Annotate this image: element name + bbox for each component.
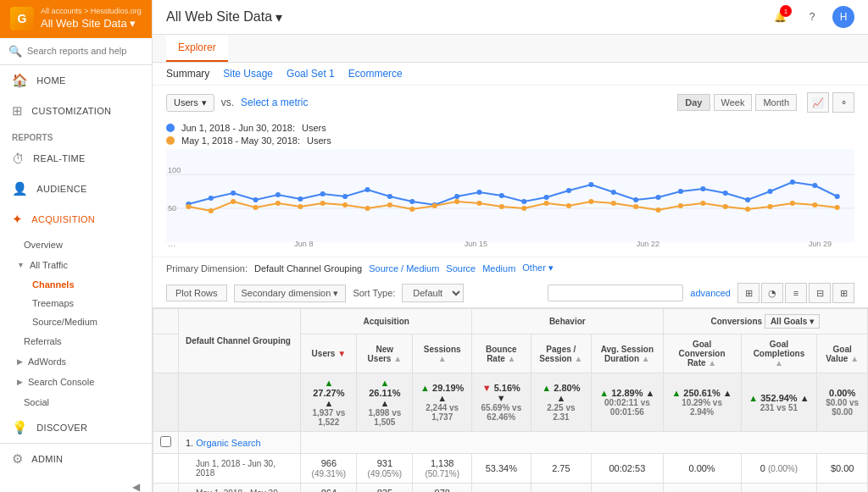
legend-item-1: Jun 1, 2018 - Jun 30, 2018: Users [166,123,854,133]
month-toggle-btn[interactable]: Month [755,94,797,111]
day-toggle-btn[interactable]: Day [677,94,709,111]
view-buttons: ⊞ ◔ ≡ ⊟ ⊞ [737,283,854,303]
sidebar-collapse-button[interactable]: ◀ [0,474,152,492]
sort-type-dropdown[interactable]: Default [402,284,464,302]
week-toggle-btn[interactable]: Week [714,94,753,111]
date1-duration: 00:02:53 [592,454,663,484]
svg-point-45 [409,207,415,212]
grid-view-btn[interactable]: ⊞ [737,283,760,303]
svg-point-56 [656,207,661,213]
svg-rect-0 [166,149,854,242]
svg-point-61 [767,204,772,209]
dim-default-channel[interactable]: Default Channel Grouping [254,263,362,274]
advanced-link[interactable]: advanced [690,288,731,298]
th-users: Users ▼ [301,334,357,373]
chart-type-btns: 📈 ⚬ [807,92,854,113]
compare-view-btn[interactable]: ⊟ [809,283,831,303]
dim-source-medium[interactable]: Source / Medium [369,263,439,274]
channel-organic-search[interactable]: 1. Organic Search [179,432,301,454]
sidebar-item-all-traffic[interactable]: ▼ All Traffic [0,255,152,275]
table-row-organic-search: 1. Organic Search [153,432,868,454]
pie-view-btn[interactable]: ◔ [761,283,783,303]
sidebar-item-search-console[interactable]: ▶ Search Console [0,372,152,392]
audience-icon: 👤 [12,181,28,196]
dim-source[interactable]: Source [446,263,476,274]
sidebar-item-audience[interactable]: 👤 AUDIENCE [0,174,152,204]
sidebar-item-admin[interactable]: ⚙ ADMIN [0,444,152,474]
dim-medium[interactable]: Medium [482,263,515,274]
svg-point-63 [812,202,817,207]
avatar[interactable]: H [832,6,854,28]
total-goal-val: 0.00% $0.00 vs $0.00 [817,373,868,432]
scatter-chart-btn[interactable]: ⚬ [832,92,854,113]
sidebar-title-area: All accounts > Hesstudios.org All Web Si… [41,7,142,31]
svg-text:Jun 15: Jun 15 [465,240,487,248]
svg-point-57 [678,203,683,208]
sidebar-search-bar[interactable]: 🔍 [0,38,152,65]
svg-point-9 [275,192,281,197]
sidebar-item-discover[interactable]: 💡 DISCOVER [0,412,152,443]
sidebar-item-channels[interactable]: Channels [0,275,152,294]
dropdown-arrow-icon: ▾ [202,97,207,108]
chart-svg: 100 50 [166,149,854,251]
chart-legend: Jun 1, 2018 - Jun 30, 2018: Users May 1,… [153,119,868,149]
sidebar-item-acquisition[interactable]: ✦ ACQUISITION [0,204,152,235]
sidebar-item-treemaps[interactable]: Treemaps [0,294,152,312]
svg-point-50 [521,206,526,211]
svg-point-37 [231,199,236,204]
svg-point-25 [633,197,638,202]
sidebar: G All accounts > Hesstudios.org All Web … [0,0,153,492]
table-search-input[interactable] [548,285,683,301]
date2-goal-conv: 0.00% [663,484,741,493]
date2-users: 864 (55.92%) [301,484,357,493]
sidebar-item-referrals[interactable]: Referrals [0,331,152,351]
th-new-users: New Users ▲ [357,334,413,373]
svg-text:Jun 8: Jun 8 [294,240,313,248]
svg-point-14 [387,194,392,199]
select-metric-link[interactable]: Select a metric [241,97,308,108]
svg-point-48 [476,201,481,206]
svg-point-27 [678,189,683,194]
secondary-dimension-dropdown[interactable]: Secondary dimension ▾ [234,285,347,302]
bar-view-btn[interactable]: ≡ [785,283,807,303]
search-icon: 🔍 [8,45,22,58]
line-chart-btn[interactable]: 📈 [807,92,829,113]
notification-button[interactable]: 🔔 1 [768,5,792,29]
help-button[interactable]: ? [800,5,824,29]
legend-dot-2 [166,136,175,145]
sidebar-item-source-medium[interactable]: Source/Medium [0,312,152,331]
sidebar-item-social[interactable]: Social [0,392,152,412]
legend-item-2: May 1, 2018 - May 30, 2018: Users [166,135,854,146]
th-conversions: Conversions All Goals ▾ [663,309,867,334]
metric-dropdown[interactable]: Users ▾ [166,94,214,112]
home-icon: 🏠 [12,73,28,88]
date1-pages: 2.75 [531,454,592,484]
sub-tab-bar: Summary Site Usage Goal Set 1 Ecommerce [153,63,868,86]
dim-other[interactable]: Other ▾ [522,263,554,274]
svg-point-43 [364,206,370,211]
date1-goal-conv: 0.00% [663,454,741,484]
goals-dropdown[interactable]: All Goals ▾ [765,314,820,329]
explorer-tab-bar: Explorer [153,35,868,63]
tab-summary[interactable]: Summary [166,68,209,80]
tab-goal-set-1[interactable]: Goal Set 1 [287,68,335,80]
total-bounce-rate: ▼ 5.16% ▼ 65.69% vs 62.46% [472,373,531,432]
sidebar-item-home[interactable]: 🏠 HOME [0,65,152,96]
svg-point-11 [320,191,326,196]
sidebar-item-overview[interactable]: Overview [0,235,152,255]
primary-dim-label: Primary Dimension: [166,263,248,274]
pivot-view-btn[interactable]: ⊞ [832,283,854,303]
svg-point-26 [656,195,661,200]
svg-point-8 [253,197,259,202]
sidebar-item-realtime[interactable]: ⏱ REAL-TIME [0,144,152,174]
svg-text:50: 50 [168,204,176,213]
sidebar-item-customization[interactable]: ⊞ CUSTOMIZATION [0,96,152,126]
plot-rows-button[interactable]: Plot Rows [166,285,227,301]
sidebar-item-adwords[interactable]: ▶ AdWords [0,351,152,372]
total-sessions: ▲ 29.19% ▲ 2,244 vs 1,737 [413,373,472,432]
tab-site-usage[interactable]: Site Usage [223,68,273,80]
tab-explorer[interactable]: Explorer [166,35,228,62]
tab-ecommerce[interactable]: Ecommerce [348,68,403,80]
search-input[interactable] [27,46,143,56]
row-1-checkbox[interactable] [160,436,171,447]
